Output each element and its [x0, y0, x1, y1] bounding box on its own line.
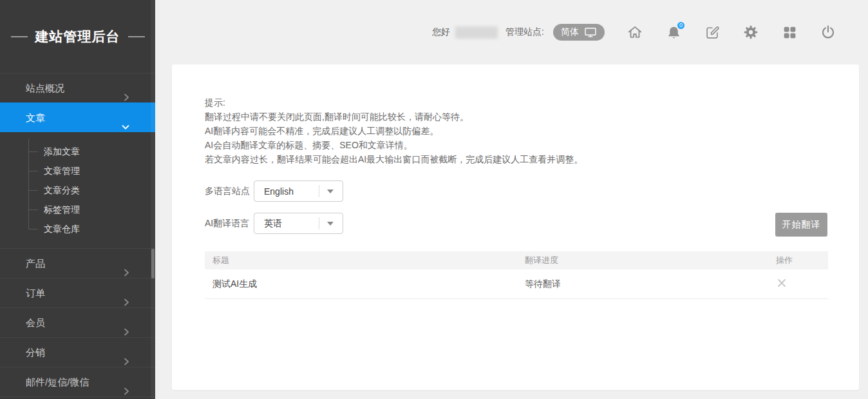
chevron-down-icon — [327, 190, 334, 193]
site-language-badge[interactable]: 简体 — [553, 24, 605, 41]
column-header-title: 标题 — [205, 255, 517, 266]
sidebar-item-site-overview[interactable]: 站点概况 — [0, 73, 155, 102]
manage-site-label: 管理站点: — [505, 26, 544, 38]
monitor-icon — [584, 27, 597, 38]
multilang-site-select[interactable]: English — [254, 180, 343, 202]
sidebar-item-add-article[interactable]: 添加文章 — [0, 142, 155, 161]
edit-icon[interactable] — [704, 24, 721, 41]
sidebar-item-distribution[interactable]: 分销 — [0, 337, 155, 367]
start-translate-button[interactable]: 开始翻译 — [775, 213, 827, 237]
sidebar-item-label: 会员 — [26, 317, 45, 328]
sidebar-item-article-management[interactable]: 文章管理 — [0, 161, 155, 180]
sidebar: 建站管理后台 站点概况 文章 添加文章 文章管理 文章分类 标签管理 文章仓库 … — [0, 0, 155, 399]
select-divider — [319, 217, 319, 229]
content-card: 提示: 翻译过程中请不要关闭此页面,翻译时间可能比较长，请耐心等待。 AI翻译内… — [172, 64, 859, 390]
logo-dash — [11, 36, 28, 37]
greeting-label: 您好 — [432, 26, 450, 38]
username-redacted — [455, 26, 498, 39]
ai-translate-lang-select[interactable]: 英语 — [254, 213, 343, 234]
tip-line: AI翻译内容可能会不精准，完成后建议人工调整以防偏差。 — [205, 124, 583, 138]
sidebar-item-articles[interactable]: 文章 — [0, 102, 155, 132]
translate-table: 标题 翻译进度 操作 测试AI生成 等待翻译 — [205, 251, 828, 299]
column-header-progress: 翻译进度 — [517, 255, 768, 266]
row-progress: 等待翻译 — [517, 278, 768, 290]
sidebar-item-label: 文章 — [26, 112, 45, 123]
multilang-site-label: 多语言站点 — [205, 186, 254, 197]
app-logo: 建站管理后台 — [0, 0, 155, 73]
sidebar-item-label: 站点概况 — [26, 83, 64, 93]
sidebar-item-label: 分销 — [26, 347, 45, 358]
sidebar-scrollbar-thumb[interactable] — [151, 249, 155, 278]
sidebar-item-members[interactable]: 会员 — [0, 307, 155, 337]
tip-line: 翻译过程中请不要关闭此页面,翻译时间可能比较长，请耐心等待。 — [205, 110, 583, 124]
row-title: 测试AI生成 — [205, 278, 517, 290]
notifications-icon[interactable]: 0 — [665, 24, 682, 41]
table-row: 测试AI生成 等待翻译 — [205, 269, 828, 299]
ai-translate-lang-label: AI翻译语言 — [205, 218, 254, 229]
sidebar-scrollbar-track — [151, 0, 155, 399]
settings-icon[interactable] — [742, 24, 759, 41]
select-divider — [319, 185, 319, 197]
sidebar-item-products[interactable]: 产品 — [0, 248, 155, 278]
row-action-cell — [768, 277, 828, 291]
column-header-action: 操作 — [768, 255, 828, 266]
power-icon[interactable] — [820, 24, 836, 41]
sidebar-item-orders[interactable]: 订单 — [0, 278, 155, 307]
notification-count-badge: 0 — [676, 21, 686, 30]
app-title: 建站管理后台 — [35, 28, 120, 46]
site-language-label: 简体 — [561, 26, 579, 38]
tips-block: 提示: 翻译过程中请不要关闭此页面,翻译时间可能比较长，请耐心等待。 AI翻译内… — [205, 95, 583, 166]
sidebar-divider — [0, 396, 155, 399]
ai-translate-lang-row: AI翻译语言 英语 — [205, 213, 343, 234]
table-header-row: 标题 翻译进度 操作 — [205, 251, 828, 269]
sidebar-item-article-repository[interactable]: 文章仓库 — [0, 219, 155, 238]
home-icon[interactable] — [627, 24, 643, 41]
tip-line: 提示: — [205, 95, 583, 110]
ai-translate-lang-value: 英语 — [254, 218, 319, 229]
chevron-down-icon — [327, 222, 334, 226]
sidebar-item-email-sms-wechat[interactable]: 邮件/短信/微信 — [0, 367, 155, 396]
tip-line: AI会自动翻译文章的标题、摘要、SEO和文章详情。 — [205, 138, 583, 152]
sidebar-item-label: 订单 — [26, 287, 45, 298]
logo-dash — [128, 36, 145, 37]
apps-icon[interactable] — [781, 24, 798, 41]
sidebar-item-article-categories[interactable]: 文章分类 — [0, 180, 155, 200]
multilang-site-row: 多语言站点 English — [205, 180, 343, 202]
multilang-site-value: English — [254, 186, 319, 197]
sidebar-item-label: 产品 — [26, 258, 45, 269]
sidebar-item-label: 邮件/短信/微信 — [26, 376, 89, 387]
sidebar-item-tag-management[interactable]: 标签管理 — [0, 200, 155, 219]
articles-submenu: 添加文章 文章管理 文章分类 标签管理 文章仓库 — [0, 132, 155, 248]
top-header: 您好 管理站点: 简体 0 — [155, 0, 868, 64]
tip-line: 若文章内容过长，翻译结果可能会超出AI最大输出窗口而被截断，完成后建议人工查看并… — [205, 152, 583, 166]
close-icon[interactable] — [776, 277, 788, 289]
